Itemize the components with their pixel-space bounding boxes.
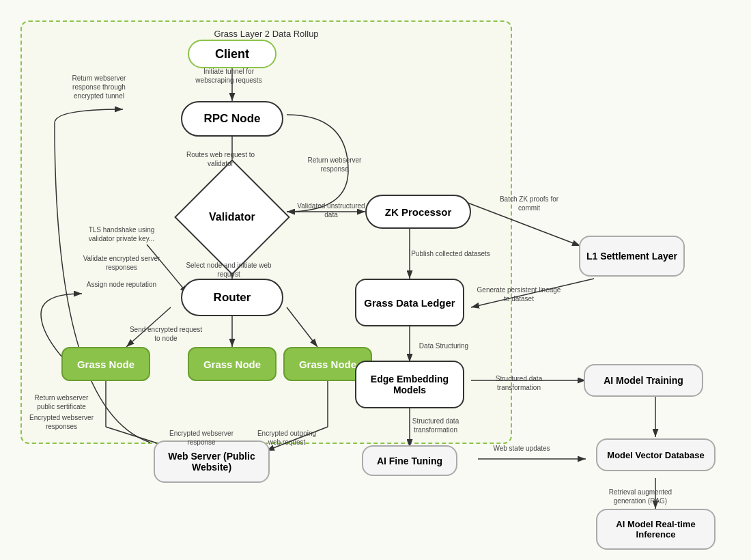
label-publish-collected: Publish collected datasets — [410, 249, 492, 258]
label-initiate-tunnel: Initiate tunnel for webscraping requests — [195, 67, 263, 85]
label-structured-data2: Structured data transformation — [395, 417, 477, 434]
grass-node-1: Grass Node — [61, 347, 150, 381]
label-batch-zk: Batch ZK proofs for commit — [492, 195, 567, 212]
label-return-resp2: Return webserver response — [300, 156, 369, 173]
ai-realtime-node: AI Model Real-time Inference — [596, 509, 715, 550]
diagram-container: Grass Layer 2 Data Rollup — [0, 0, 751, 560]
web-server-node: Web Server (Public Website) — [154, 440, 270, 483]
label-encrypted-webserver-resp: Encrypted webserver response — [164, 429, 239, 447]
label-generate-persistent: Generate persistent lineage to dataset — [474, 285, 563, 303]
grass-layer-label: Grass Layer 2 Data Rollup — [214, 29, 318, 39]
model-vector-db-node: Model Vector Database — [596, 438, 715, 471]
label-tls-handshake: TLS handshake using validator private ke… — [81, 225, 162, 243]
label-retrieval: Retrieval augmented generation (RAG) — [599, 488, 681, 505]
rpc-node: RPC Node — [181, 101, 283, 137]
label-return-pub: Return webserver public sertificate — [27, 393, 96, 411]
label-encrypted-webserver: Encrypted webserver responses — [27, 413, 96, 431]
client-node: Client — [188, 40, 277, 68]
label-web-state: Web state updates — [487, 444, 556, 453]
grass-data-ledger-node: Grass Data Ledger — [355, 279, 464, 326]
label-validated-unstructured: Validated unstructured data — [294, 201, 369, 219]
label-return-webserver: Return webserver response through encryp… — [58, 74, 140, 100]
label-routes-web: Routes web request to validator — [183, 150, 258, 168]
router-node: Router — [181, 279, 283, 316]
zk-processor-node: ZK Processor — [365, 195, 471, 229]
label-structured-data: Structured data transformation — [478, 374, 560, 392]
l1-settlement-node: L1 Settlement Layer — [579, 236, 685, 277]
edge-embedding-node: Edge Embedding Models — [355, 361, 464, 408]
label-data-structuring: Data Structuring — [410, 341, 478, 350]
label-assign-node: Assign node reputation — [81, 280, 162, 289]
label-validate-encrypted: Validate encrypted server responses — [81, 254, 162, 272]
label-select-node: Select node and initiate web request — [184, 261, 273, 279]
label-send-encrypted: Send encrypted request to node — [128, 325, 203, 343]
grass-node-2: Grass Node — [188, 347, 277, 381]
label-encrypted-outgoing: Encrypted outgoing web request — [253, 429, 321, 447]
ai-model-training-node: AI Model Training — [584, 364, 703, 397]
ai-fine-tuning-node: AI Fine Tuning — [362, 445, 457, 476]
